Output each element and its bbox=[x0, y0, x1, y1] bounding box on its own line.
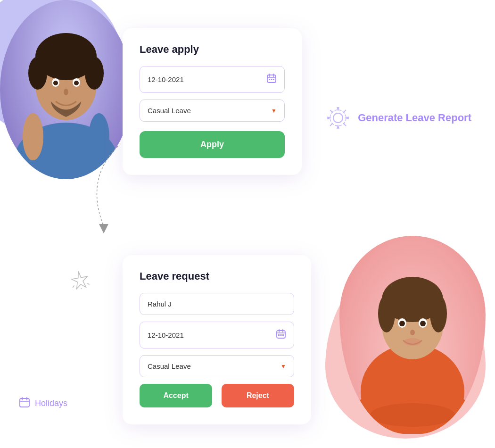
svg-point-10 bbox=[64, 89, 68, 95]
action-buttons-row: Accept Reject bbox=[140, 384, 294, 407]
reject-button[interactable]: Reject bbox=[222, 384, 294, 407]
svg-point-27 bbox=[420, 321, 426, 326]
apply-button[interactable]: Apply bbox=[140, 131, 285, 158]
svg-point-5 bbox=[85, 57, 104, 90]
generate-leave-report[interactable]: Generate Leave Report bbox=[324, 104, 471, 132]
leave-request-card: Leave request Rahul J 12-10-2021 Casual … bbox=[123, 255, 311, 424]
generate-report-label: Generate Leave Report bbox=[358, 112, 471, 124]
svg-line-33 bbox=[72, 285, 74, 288]
date-field-bottom[interactable]: 12-10-2021 bbox=[140, 322, 294, 348]
leave-type-value-bottom: Casual Leave bbox=[148, 362, 191, 370]
svg-rect-39 bbox=[271, 79, 272, 80]
dropdown-arrow-bottom: ▼ bbox=[280, 363, 286, 370]
leave-type-field-bottom[interactable]: Casual Leave ▼ bbox=[140, 355, 294, 377]
svg-point-12 bbox=[23, 113, 43, 160]
leave-apply-title: Leave apply bbox=[140, 43, 285, 56]
holidays-section[interactable]: Holidays bbox=[19, 397, 67, 410]
svg-rect-47 bbox=[280, 334, 282, 336]
employee-name-value: Rahul J bbox=[148, 300, 172, 308]
gear-icon bbox=[324, 104, 352, 132]
svg-rect-48 bbox=[282, 334, 284, 336]
svg-point-41 bbox=[330, 110, 346, 126]
accept-button[interactable]: Accept bbox=[140, 384, 212, 407]
dropdown-arrow-top: ▼ bbox=[271, 108, 277, 114]
svg-rect-49 bbox=[20, 398, 29, 407]
date-value-top: 12-10-2021 bbox=[148, 75, 184, 83]
svg-point-4 bbox=[28, 57, 47, 90]
decorative-star bbox=[69, 269, 91, 294]
svg-rect-46 bbox=[278, 334, 280, 336]
svg-line-31 bbox=[82, 288, 82, 290]
svg-rect-40 bbox=[273, 79, 274, 80]
leave-type-field-top[interactable]: Casual Leave ▼ bbox=[140, 100, 285, 122]
svg-line-32 bbox=[87, 283, 90, 285]
svg-point-28 bbox=[410, 330, 415, 335]
svg-point-8 bbox=[53, 81, 58, 85]
svg-point-29 bbox=[404, 338, 421, 346]
svg-marker-30 bbox=[99, 224, 108, 233]
date-field-top[interactable]: 12-10-2021 bbox=[140, 66, 285, 93]
leave-request-title: Leave request bbox=[140, 270, 294, 282]
svg-point-9 bbox=[74, 81, 79, 85]
svg-point-18 bbox=[370, 403, 455, 427]
employee-name-field[interactable]: Rahul J bbox=[140, 293, 294, 315]
leave-apply-card: Leave apply 12-10-2021 Casual Leave ▼ Ap… bbox=[123, 28, 302, 175]
holidays-calendar-icon bbox=[19, 397, 30, 410]
svg-point-23 bbox=[430, 295, 447, 332]
svg-point-22 bbox=[378, 295, 395, 332]
svg-rect-38 bbox=[269, 79, 270, 80]
decorative-arrow bbox=[80, 141, 127, 245]
calendar-icon-bottom bbox=[276, 329, 286, 341]
date-value-bottom: 12-10-2021 bbox=[148, 331, 184, 339]
calendar-icon-top bbox=[266, 73, 277, 86]
female-person-photo bbox=[339, 236, 486, 434]
leave-type-value-top: Casual Leave bbox=[148, 107, 191, 115]
svg-point-26 bbox=[399, 321, 405, 326]
holidays-label: Holidays bbox=[35, 398, 67, 408]
